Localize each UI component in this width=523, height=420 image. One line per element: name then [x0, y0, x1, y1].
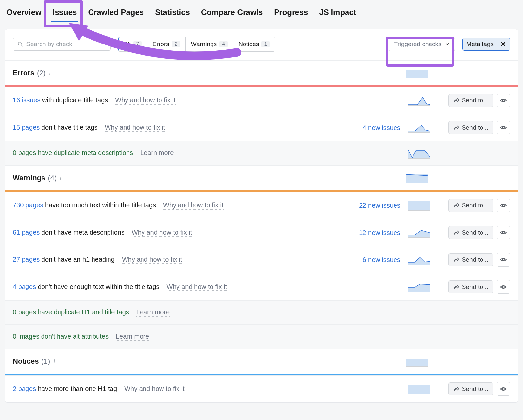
why-how-fix-link[interactable]: Why and how to fix it	[163, 201, 224, 210]
svg-point-5	[502, 127, 504, 129]
filter-all[interactable]: All 7	[118, 37, 147, 52]
send-to-button[interactable]: Send to...	[448, 121, 493, 134]
sparkline	[408, 384, 430, 394]
issue-row-no-meta-desc: 61 pages don't have meta descriptions Wh…	[5, 219, 518, 246]
sparkline	[408, 200, 430, 211]
view-button[interactable]	[497, 121, 510, 134]
search-input[interactable]	[26, 41, 106, 48]
eye-icon	[500, 385, 507, 393]
issue-text: with duplicate title tags	[41, 96, 108, 104]
send-to-button[interactable]: Send to...	[448, 226, 493, 239]
send-to-button[interactable]: Send to...	[448, 94, 493, 107]
chevron-down-icon	[445, 42, 449, 46]
issue-count-link[interactable]: 730 pages	[13, 201, 43, 209]
filter-warnings-count: 4	[219, 41, 228, 47]
issue-count-link[interactable]: 2 pages	[13, 385, 36, 392]
tab-progress[interactable]: Progress	[273, 6, 309, 19]
why-how-fix-link[interactable]: Why and how to fix it	[167, 283, 227, 291]
chip-label: Meta tags	[466, 41, 494, 48]
filter-errors[interactable]: Errors 2	[147, 37, 186, 51]
triggered-checks-dropdown[interactable]: Triggered checks	[389, 37, 455, 51]
why-how-fix-link[interactable]: Why and how to fix it	[132, 229, 192, 237]
eye-icon	[500, 283, 507, 290]
tab-issues[interactable]: Issues	[51, 6, 78, 19]
send-to-label: Send to...	[462, 229, 488, 236]
issue-count-link[interactable]: 16 issues	[13, 96, 41, 104]
send-to-button[interactable]: Send to...	[448, 280, 493, 293]
search-icon	[18, 41, 23, 47]
sparkline	[408, 332, 430, 342]
sparkline	[408, 307, 430, 318]
issue-row-duplicate-meta-desc-zero: 0 pages have duplicate meta descriptions…	[5, 141, 518, 165]
close-icon[interactable]: ✕	[497, 41, 506, 47]
issue-count-link[interactable]: 61 pages	[13, 229, 40, 236]
share-arrow-icon	[453, 97, 459, 103]
svg-point-11	[502, 286, 504, 288]
send-to-label: Send to...	[462, 256, 488, 263]
learn-more-link[interactable]: Learn more	[140, 149, 174, 157]
filter-warnings[interactable]: Warnings 4	[186, 37, 233, 51]
tab-compare-crawls[interactable]: Compare Crawls	[200, 6, 264, 19]
tab-js-impact[interactable]: JS Impact	[318, 6, 357, 19]
why-how-fix-link[interactable]: Why and how to fix it	[105, 124, 165, 132]
issue-count-link[interactable]: 4 pages	[13, 283, 36, 290]
share-arrow-icon	[453, 386, 459, 392]
eye-icon	[500, 97, 507, 104]
eye-icon	[500, 124, 507, 131]
sparkline	[408, 122, 430, 133]
eye-icon	[500, 229, 507, 236]
send-to-label: Send to...	[462, 124, 488, 131]
send-to-button[interactable]: Send to...	[448, 199, 493, 212]
issue-row-multiple-h1: 2 pages have more than one H1 tag Why an…	[5, 375, 518, 402]
sparkline	[408, 254, 430, 265]
view-button[interactable]	[497, 280, 510, 294]
main-tabs: Overview Issues Crawled Pages Statistics…	[0, 0, 523, 24]
new-issues-link[interactable]: 12 new issues	[348, 229, 400, 236]
tab-overview[interactable]: Overview	[5, 6, 43, 19]
section-count: (4)	[48, 174, 57, 182]
filter-chip-meta-tags[interactable]: Meta tags ✕	[462, 38, 510, 51]
svg-point-4	[502, 99, 504, 101]
filter-notices[interactable]: Notices 1	[233, 37, 275, 51]
issue-text: 0 pages have duplicate H1 and title tags	[13, 308, 129, 316]
why-how-fix-link[interactable]: Why and how to fix it	[124, 385, 185, 393]
tab-statistics[interactable]: Statistics	[154, 6, 191, 19]
learn-more-link[interactable]: Learn more	[116, 333, 149, 341]
learn-more-link[interactable]: Learn more	[136, 308, 170, 317]
sparkline	[408, 148, 430, 159]
issue-count-link[interactable]: 15 pages	[13, 124, 40, 131]
why-how-fix-link[interactable]: Why and how to fix it	[122, 256, 182, 264]
filter-notices-count: 1	[262, 41, 270, 47]
filter-errors-count: 2	[172, 41, 180, 47]
share-arrow-icon	[453, 125, 459, 131]
send-to-button[interactable]: Send to...	[448, 382, 493, 395]
view-button[interactable]	[497, 199, 510, 212]
tab-crawled-pages[interactable]: Crawled Pages	[87, 6, 145, 19]
issue-count-link[interactable]: 27 pages	[13, 256, 40, 263]
filter-notices-label: Notices	[238, 41, 259, 48]
issue-row-not-enough-title-text: 4 pages don't have enough text within th…	[5, 273, 518, 300]
view-button[interactable]	[497, 226, 510, 239]
issue-row-no-h1: 27 pages don't have an h1 heading Why an…	[5, 246, 518, 273]
info-icon[interactable]: i	[53, 358, 55, 365]
svg-rect-7	[408, 201, 430, 210]
issue-text: don't have an h1 heading	[40, 256, 115, 263]
view-button[interactable]	[497, 94, 510, 107]
issue-text: don't have enough text within the title …	[36, 283, 159, 290]
section-title: Notices	[13, 357, 39, 366]
view-button[interactable]	[497, 253, 510, 267]
info-icon[interactable]: i	[49, 70, 51, 77]
svg-rect-3	[406, 70, 428, 78]
new-issues-link[interactable]: 22 new issues	[348, 202, 400, 209]
send-to-button[interactable]: Send to...	[448, 253, 493, 266]
view-button[interactable]	[497, 382, 510, 396]
issue-text: have more than one H1 tag	[36, 385, 117, 392]
why-how-fix-link[interactable]: Why and how to fix it	[115, 96, 176, 105]
new-issues-link[interactable]: 6 new issues	[348, 256, 400, 264]
svg-rect-15	[408, 385, 430, 394]
new-issues-link[interactable]: 4 new issues	[348, 124, 400, 131]
section-count: (2)	[37, 69, 46, 77]
info-icon[interactable]: i	[60, 175, 61, 182]
filter-all-label: All	[124, 41, 131, 48]
search-input-wrapper[interactable]	[13, 38, 111, 51]
